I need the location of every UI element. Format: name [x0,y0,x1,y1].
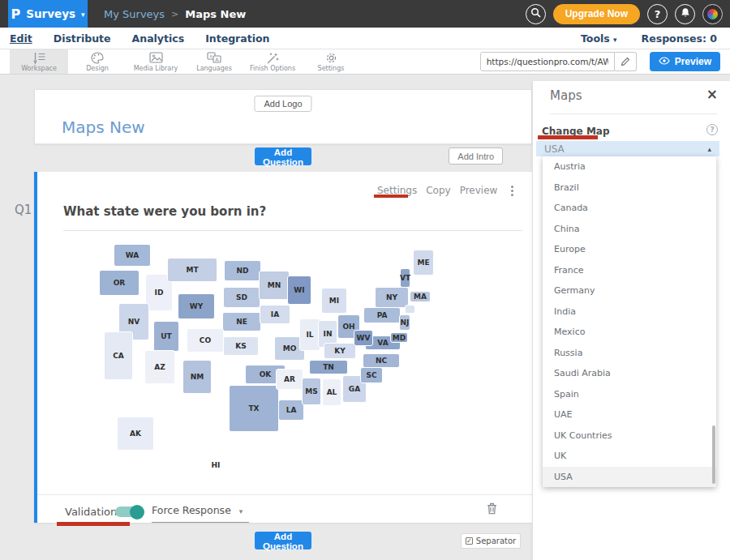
map-state-vt[interactable]: VT [400,268,410,288]
map-state-ak[interactable]: AK [117,417,154,451]
map-state-mi[interactable]: MI [321,288,347,314]
map-state-label: OH [342,323,354,331]
toolbar-item-label: Media Library [134,65,178,72]
map-state-label: VA [377,339,388,347]
map-state-ar[interactable]: AR [276,369,303,390]
change-map-help-button[interactable]: ? [706,124,718,135]
bell-icon [681,7,690,20]
add-question-button-bottom[interactable]: Add Question [255,532,311,549]
close-panel-button[interactable]: × [706,86,718,102]
help-button[interactable]: ? [647,4,668,24]
toolbar-item-media-library[interactable]: Media Library [127,49,185,74]
map-state-wy[interactable]: WY [178,293,215,319]
separator-toggle[interactable]: ✓ Separator [461,533,521,549]
map-state-nc[interactable]: NC [363,353,400,368]
map-state-md[interactable]: MD [390,332,408,343]
nav-tab-integration[interactable]: Integration [205,32,269,45]
map-state-wa[interactable]: WA [114,244,151,267]
map-option-france[interactable]: France [543,260,716,281]
validation-toggle[interactable] [115,507,143,517]
kebab-menu-icon[interactable] [511,186,513,196]
chevron-down-icon: ▾ [613,36,617,44]
edit-url-button[interactable] [615,52,637,71]
map-select[interactable]: USA ▴ [536,141,719,156]
map-state-ca[interactable]: CA [104,331,133,380]
product-switcher[interactable]: P Surveys ▾ [8,0,88,28]
survey-nav-row: EditDistributeAnalyticsIntegration Tools… [0,28,730,49]
map-state-hi[interactable]: HI [204,459,228,472]
map-state-al[interactable]: AL [322,378,341,406]
question-action-preview[interactable]: Preview [460,185,498,196]
survey-title[interactable]: Maps New [62,118,145,137]
map-option-mexico[interactable]: Mexico [543,322,716,343]
map-state-sd[interactable]: SD [223,287,260,308]
nav-tab-analytics[interactable]: Analytics [132,32,185,45]
map-state-ky[interactable]: KY [324,343,356,359]
map-state-nd[interactable]: ND [224,260,261,281]
map-state-tx[interactable]: TX [229,385,279,432]
map-option-uae[interactable]: UAE [543,404,716,425]
toolbar-item-workspace[interactable]: Workspace [10,49,68,74]
map-state-wi[interactable]: WI [287,276,311,305]
map-option-europe[interactable]: Europe [543,239,716,260]
question-action-copy[interactable]: Copy [426,185,450,196]
user-avatar[interactable] [702,4,723,24]
map-state-wv[interactable]: WV [354,330,373,346]
toolbar-item-finish-options[interactable]: Finish Options [243,49,302,74]
map-state-mn[interactable]: MN [259,271,290,300]
map-state-pa[interactable]: PA [363,307,401,323]
toolbar-item-settings[interactable]: Settings [302,49,360,74]
map-state-ia[interactable]: IA [260,305,290,324]
map-state-or[interactable]: OR [99,270,140,296]
add-question-button-top[interactable]: Add Question [255,147,311,165]
map-option-canada[interactable]: Canada [543,198,716,219]
nav-tab-distribute[interactable]: Distribute [54,32,111,45]
map-option-spain[interactable]: Spain [543,384,716,405]
map-state-ut[interactable]: UT [153,321,179,352]
map-state-ks[interactable]: KS [223,336,259,356]
survey-url-input[interactable] [480,52,615,71]
map-option-uk-countries[interactable]: UK Countries [543,425,716,447]
map-state-me[interactable]: ME [413,250,434,276]
map-option-germany[interactable]: Germany [543,280,716,301]
preview-button[interactable]: Preview [650,52,720,71]
toolbar-item-design[interactable]: Design [68,49,127,74]
map-state-label: IN [324,330,333,338]
question-text[interactable]: What state were you born in? [63,204,522,231]
notifications-button[interactable] [675,4,695,24]
map-option-china[interactable]: China [543,219,716,240]
map-state-ny[interactable]: NY [375,287,409,308]
map-state-tn[interactable]: TN [309,360,348,374]
scrollbar-thumb[interactable] [712,425,715,484]
map-state-ms[interactable]: MS [302,378,321,405]
search-button[interactable] [526,4,546,24]
map-state-la[interactable]: LA [278,400,304,421]
map-state-sc[interactable]: SC [360,367,383,383]
map-option-usa[interactable]: USA [543,467,716,488]
map-state-ma[interactable]: MA [410,291,431,302]
map-state-nj[interactable]: NJ [399,314,410,331]
map-option-saudi-arabia[interactable]: Saudi Arabia [543,363,716,384]
upgrade-now-button[interactable]: Upgrade Now [553,4,640,24]
breadcrumb-my-surveys[interactable]: My Surveys [104,8,165,20]
add-intro-button[interactable]: Add Intro [449,147,503,165]
add-logo-button[interactable]: Add Logo [254,96,311,112]
map-state-nm[interactable]: NM [182,360,212,394]
delete-question-button[interactable] [487,502,497,518]
map-option-india[interactable]: India [543,301,716,323]
map-state-co[interactable]: CO [187,328,224,353]
map-state-label: OK [260,370,272,378]
toolbar-item-languages[interactable]: xALanguages [185,49,243,74]
avatar-logo-icon [707,9,718,19]
map-state-mt[interactable]: MT [167,258,217,282]
force-response-dropdown[interactable]: Force Response▾ [152,504,249,523]
map-state-ne[interactable]: NE [222,312,261,331]
map-state[interactable] [405,305,415,314]
map-option-austria[interactable]: Austria [543,156,716,177]
nav-tab-edit[interactable]: Edit [10,32,32,45]
map-option-brazil[interactable]: Brazil [543,177,716,199]
tools-dropdown[interactable]: Tools ▾ [581,32,617,45]
map-option-russia[interactable]: Russia [543,343,716,364]
map-option-uk[interactable]: UK [543,446,716,467]
map-state-az[interactable]: AZ [144,350,175,384]
